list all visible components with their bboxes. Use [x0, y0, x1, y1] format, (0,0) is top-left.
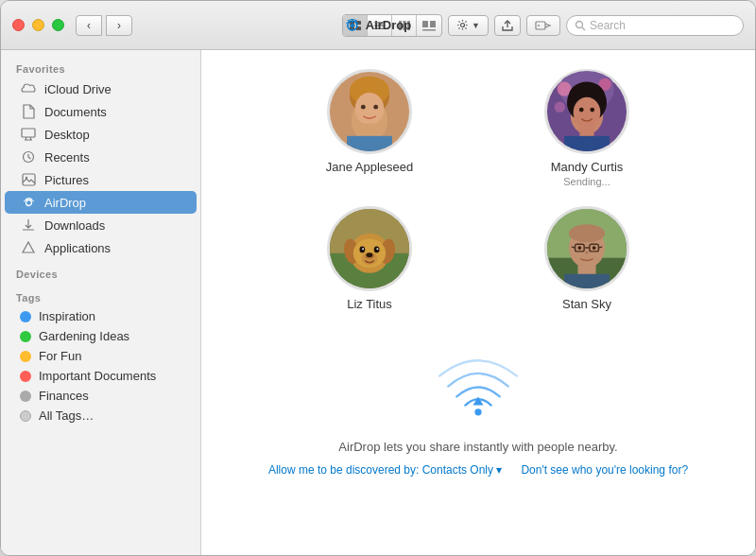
content-area: Jane Appleseed	[201, 50, 755, 555]
svg-point-70	[577, 246, 581, 250]
svg-point-74	[474, 408, 481, 415]
svg-point-16	[538, 25, 540, 26]
airdrop-description: AirDrop lets you share instantly with pe…	[338, 440, 617, 454]
sidebar-item-all-tags[interactable]: All Tags…	[5, 406, 197, 426]
svg-point-59	[374, 247, 380, 253]
sidebar-for-fun-label: For Fun	[39, 349, 82, 363]
contact-mandy[interactable]: Mandy Curtis Sending...	[544, 69, 629, 187]
mandy-avatar-image	[546, 69, 627, 154]
svg-point-29	[361, 105, 366, 110]
sidebar-item-important-documents[interactable]: Important Documents	[5, 366, 197, 386]
search-icon	[575, 20, 586, 31]
sidebar-pictures-label: Pictures	[44, 173, 89, 187]
nav-buttons: ‹ ›	[76, 15, 132, 36]
airdrop-sidebar-icon	[20, 194, 37, 211]
gallery-icon	[421, 20, 437, 31]
sidebar-finances-label: Finances	[39, 389, 89, 403]
svg-rect-32	[347, 136, 392, 154]
svg-point-42	[574, 97, 601, 128]
svg-point-30	[373, 105, 378, 110]
svg-rect-18	[22, 129, 35, 137]
sidebar-item-applications[interactable]: Applications	[5, 236, 197, 259]
sidebar-gardening-label: Gardening Ideas	[39, 329, 129, 343]
lookup-link[interactable]: Don't see who you're looking for?	[521, 463, 688, 477]
svg-rect-20	[23, 174, 35, 185]
airdrop-links: Allow me to be discovered by: Contacts O…	[268, 463, 688, 477]
discover-link[interactable]: Allow me to be discovered by: Contacts O…	[268, 463, 502, 477]
sidebar-item-for-fun[interactable]: For Fun	[5, 346, 197, 366]
share-button[interactable]	[494, 15, 521, 36]
svg-rect-46	[564, 136, 610, 154]
minimize-button[interactable]	[32, 19, 44, 31]
avatar-jane	[327, 69, 412, 154]
search-box[interactable]: Search	[566, 15, 744, 36]
sidebar-item-pictures[interactable]: Pictures	[5, 168, 197, 191]
jane-name: Jane Appleseed	[326, 160, 414, 174]
sidebar-item-inspiration[interactable]: Inspiration	[5, 306, 197, 326]
traffic-lights	[12, 19, 64, 31]
sidebar-applications-label: Applications	[44, 241, 111, 255]
sidebar-important-label: Important Documents	[39, 369, 156, 383]
tags-label: Tags	[1, 287, 200, 306]
svg-point-58	[359, 247, 365, 253]
svg-point-14	[461, 24, 465, 27]
sidebar-item-finances[interactable]: Finances	[5, 386, 197, 406]
svg-point-44	[590, 108, 594, 113]
action-button[interactable]: ▼	[448, 15, 489, 36]
chevron-right-icon: ›	[117, 19, 121, 32]
tag-button[interactable]	[526, 15, 560, 36]
sidebar-item-desktop[interactable]: Desktop	[5, 123, 197, 146]
airdrop-title-icon	[345, 18, 360, 33]
pictures-icon	[20, 171, 37, 188]
sidebar-recents-label: Recents	[44, 150, 90, 165]
contacts-grid: Jane Appleseed	[280, 69, 677, 311]
stan-name: Stan Sky	[562, 297, 611, 311]
svg-point-60	[362, 248, 364, 250]
icloud-drive-icon	[20, 80, 37, 97]
liz-name: Liz Titus	[347, 297, 392, 311]
sidebar-item-downloads[interactable]: Downloads	[5, 214, 197, 236]
for-fun-tag-dot	[20, 351, 31, 362]
sidebar-item-icloud-drive[interactable]: iCloud Drive	[5, 78, 197, 100]
svg-rect-12	[430, 21, 436, 27]
recents-icon	[20, 148, 37, 165]
devices-label: Devices	[1, 263, 200, 283]
jane-avatar-image	[329, 69, 410, 154]
close-button[interactable]	[12, 19, 25, 31]
maximize-button[interactable]	[52, 19, 64, 31]
tag-icon	[535, 19, 552, 32]
sidebar-item-gardening-ideas[interactable]: Gardening Ideas	[5, 326, 197, 346]
contact-jane[interactable]: Jane Appleseed	[326, 69, 414, 187]
desktop-icon	[20, 126, 37, 143]
sidebar-downloads-label: Downloads	[44, 218, 105, 233]
chevron-left-icon: ‹	[87, 19, 91, 32]
finances-tag-dot	[20, 391, 31, 402]
sidebar-all-tags-label: All Tags…	[39, 408, 94, 423]
gallery-view-button[interactable]	[417, 15, 441, 36]
svg-point-38	[555, 101, 565, 112]
window-title-area: AirDrop	[345, 18, 411, 33]
back-button[interactable]: ‹	[76, 15, 102, 36]
contact-stan[interactable]: Stan Sky	[544, 206, 629, 311]
forward-button[interactable]: ›	[106, 15, 132, 36]
svg-point-67	[569, 224, 605, 242]
sidebar-item-recents[interactable]: Recents	[5, 146, 197, 168]
sidebar-documents-label: Documents	[44, 105, 107, 119]
contact-liz[interactable]: Liz Titus	[327, 206, 412, 311]
chevron-down-small-icon: ▼	[472, 21, 480, 30]
svg-rect-13	[422, 29, 436, 31]
sidebar-item-airdrop[interactable]: AirDrop	[5, 191, 197, 214]
svg-point-17	[576, 21, 583, 27]
downloads-icon	[20, 217, 37, 234]
airdrop-graphic	[431, 349, 525, 425]
sidebar-airdrop-label: AirDrop	[44, 196, 86, 210]
sidebar-item-documents[interactable]: Documents	[5, 100, 197, 123]
svg-point-28	[355, 93, 385, 125]
svg-point-57	[367, 252, 373, 257]
gear-icon	[456, 19, 469, 31]
avatar-stan	[544, 206, 629, 291]
mandy-name: Mandy Curtis	[551, 160, 624, 174]
mandy-status: Sending...	[563, 176, 610, 187]
gardening-tag-dot	[20, 331, 31, 342]
favorites-label: Favorites	[1, 58, 200, 78]
